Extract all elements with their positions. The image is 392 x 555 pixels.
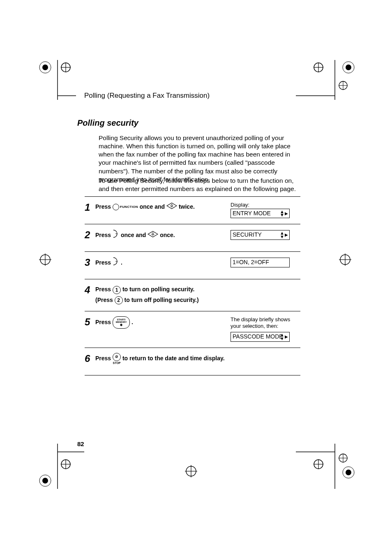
- svg-marker-44: [171, 204, 173, 206]
- step-display-col: 1=ON, 2=OFF: [231, 257, 300, 267]
- text: once and: [121, 232, 146, 238]
- lcd-display: SECURITY ▲▼▶: [231, 230, 290, 240]
- svg-marker-48: [152, 233, 154, 235]
- step-number: 3: [85, 257, 95, 267]
- svg-point-1: [42, 64, 48, 70]
- step-instruction: Press ⊘ STOP to return to the date and t…: [95, 353, 231, 364]
- text: Press: [95, 318, 111, 325]
- text: Press: [95, 355, 111, 361]
- step-1: 1 Press FUNCTION once and twice. Display…: [85, 196, 300, 224]
- section-title: Polling security: [77, 118, 138, 128]
- step-instruction: Press FUNCTION once and twice.: [95, 202, 231, 212]
- text: twice.: [179, 203, 195, 210]
- text: .: [131, 318, 133, 325]
- keypad-2-icon: 2: [115, 296, 123, 304]
- updown-right-arrow-icon: ▲▼▶: [280, 333, 288, 341]
- step-display-col: The display briefly shows your selection…: [231, 316, 300, 342]
- step-instruction: Press .: [95, 257, 231, 269]
- function-button-icon: FUNCTION: [113, 204, 138, 210]
- step-5: 5 Press START/ MEMORY ◈ . The display br…: [85, 311, 300, 348]
- lcd-text: SECURITY: [233, 231, 262, 238]
- keypad-1-icon: 1: [113, 286, 121, 294]
- step-instruction: Press 1 to turn on polling security. (Pr…: [95, 284, 231, 305]
- text: once.: [160, 232, 175, 238]
- crop-marks-top-left: [31, 53, 76, 102]
- text: to return to the date and time display.: [122, 355, 225, 361]
- crop-marks-mid-right: [335, 251, 360, 269]
- function-label: FUNCTION: [120, 204, 138, 210]
- step-number: 2: [85, 229, 95, 240]
- page-number: 82: [77, 440, 84, 447]
- step-4: 4 Press 1 to turn on polling security. (…: [85, 279, 300, 311]
- text: .: [121, 259, 122, 266]
- lcd-text: ENTRY MODE: [233, 210, 271, 216]
- step-display-col: SECURITY ▲▼▶: [231, 229, 300, 240]
- text: once and: [140, 203, 165, 210]
- crop-marks-mid-left: [35, 251, 60, 269]
- text: Press: [95, 232, 111, 238]
- text: Press: [95, 203, 111, 210]
- step-number: 1: [85, 202, 95, 212]
- text: Press: [95, 259, 111, 266]
- down-arrow-diamond-icon: [166, 202, 177, 212]
- steps-table: 1 Press FUNCTION once and twice. Display…: [85, 196, 300, 375]
- step-display-col: Display: ENTRY MODE ▲▼▶: [231, 202, 300, 218]
- text: to turn on polling security.: [122, 286, 195, 292]
- step-3: 3 Press . 1=ON, 2=OFF: [85, 251, 300, 279]
- svg-point-13: [346, 64, 351, 70]
- stop-button-icon: ⊘ STOP: [113, 353, 121, 364]
- display-label: Display:: [231, 202, 249, 208]
- updown-right-arrow-icon: ▲▼▶: [280, 210, 288, 217]
- paragraph-1: Polling Security allows you to prevent u…: [99, 134, 300, 184]
- page: Polling (Requesting a Fax Transmission) …: [0, 0, 392, 555]
- svg-point-39: [346, 470, 351, 475]
- label: STOP: [113, 362, 121, 364]
- step-number: 5: [85, 316, 95, 327]
- step-number: 4: [85, 284, 95, 295]
- updown-right-arrow-icon: ▲▼▶: [280, 231, 288, 239]
- right-halfcircle-icon: [113, 257, 119, 269]
- crop-marks-bottom-left: [31, 444, 84, 493]
- text: Press: [95, 286, 111, 292]
- step-number: 6: [85, 353, 95, 364]
- lcd-display: ENTRY MODE ▲▼▶: [231, 209, 290, 218]
- text: to turn off polling security.): [125, 297, 199, 303]
- text: (Press: [95, 297, 113, 303]
- start-memory-button-icon: START/ MEMORY ◈: [113, 316, 130, 329]
- running-header: Polling (Requesting a Fax Transmission): [84, 92, 210, 100]
- step-instruction: Press START/ MEMORY ◈ .: [95, 316, 231, 329]
- right-halfcircle-icon: [113, 229, 119, 242]
- crop-marks-bottom-right: [296, 444, 362, 493]
- step-instruction: Press once and once.: [95, 229, 231, 242]
- paragraph-2: To use Polling Security, follow the step…: [99, 177, 300, 193]
- lcd-text: PASSCODE MODE: [233, 333, 283, 340]
- step-6: 6 Press ⊘ STOP to return to the date and…: [85, 348, 300, 375]
- svg-point-29: [42, 478, 48, 484]
- display-note: The display briefly shows your selection…: [231, 316, 300, 330]
- lcd-display: 1=ON, 2=OFF: [231, 258, 290, 267]
- lcd-text: 1=ON, 2=OFF: [233, 259, 269, 265]
- down-arrow-diamond-icon: [148, 230, 158, 241]
- crop-marks-bottom-center: [181, 462, 205, 481]
- lcd-display: PASSCODE MODE ▲▼▶: [231, 332, 290, 341]
- crop-marks-top-right: [296, 53, 357, 102]
- step-2: 2 Press once and once. SECURITY ▲▼▶: [85, 224, 300, 251]
